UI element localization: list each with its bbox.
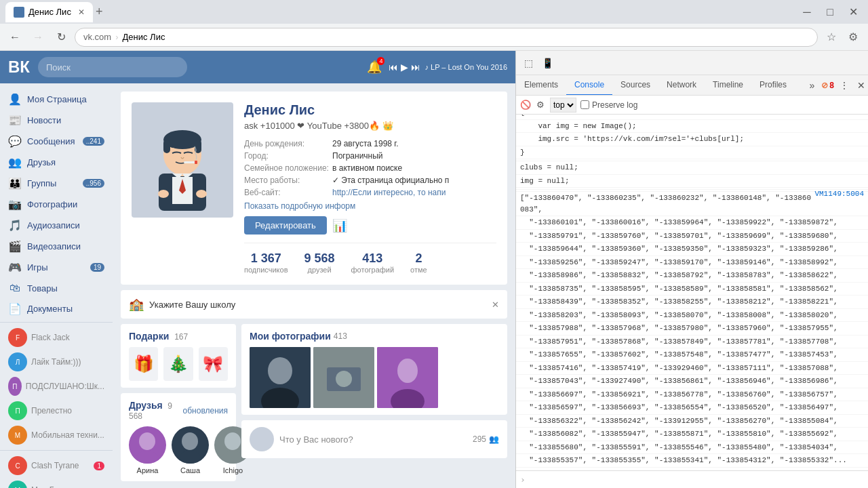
- sidebar-group-mobile[interactable]: М Мобильная техни...: [0, 423, 113, 447]
- sidebar-item-news[interactable]: 📰 Новости: [0, 110, 113, 131]
- sidebar-divider: [0, 322, 113, 323]
- website-label: Веб-сайт:: [244, 188, 332, 197]
- photos-section: Мои фотографии 413: [241, 324, 507, 415]
- devtools-inspect-btn[interactable]: ⬚: [520, 55, 536, 71]
- avatar-illustration: [135, 106, 230, 214]
- post-input-placeholder[interactable]: Что у Вас нового?: [279, 434, 467, 445]
- friends-stat-label: друзей: [304, 266, 335, 274]
- sidebar-label-audio: Аудиозаписи: [27, 220, 80, 230]
- console-line: "-133858735", "-133858595", "-133858589"…: [516, 283, 868, 296]
- group-avatar: Л: [8, 352, 27, 371]
- tab-network[interactable]: Network: [658, 75, 705, 96]
- tab-close-btn[interactable]: ✕: [78, 7, 85, 17]
- sidebar-group-podslushano[interactable]: П ПОДСЛУШАНО:Шк...: [0, 374, 113, 399]
- sidebar-label-my-page: Моя Страница: [27, 94, 87, 104]
- family-label: Семейное положение:: [244, 163, 332, 173]
- school-close-btn[interactable]: ✕: [492, 300, 499, 310]
- stat-subscribers[interactable]: 1 367 подписчиков: [244, 251, 288, 274]
- sidebar-item-messages[interactable]: 💬 Сообщения ..241: [0, 131, 113, 152]
- browser-titlebar: Денис Лис ✕ + ─ □ ✕: [0, 0, 868, 24]
- profile-stats: 1 367 подписчиков 9 568 друзей 413 фотог…: [244, 243, 496, 274]
- profile-more-btn[interactable]: Показать подробную информ: [244, 201, 496, 211]
- friend-avatar-sasha: [172, 426, 209, 464]
- tab-bar: Денис Лис ✕ +: [5, 2, 795, 22]
- sidebar-item-photos[interactable]: 📷 Фотографии: [0, 194, 113, 215]
- maximize-btn[interactable]: □: [821, 3, 840, 22]
- stats-btn[interactable]: 📊: [332, 216, 347, 235]
- edit-profile-btn[interactable]: Редактировать: [244, 216, 327, 235]
- nav-actions: ☆ ⚙: [822, 28, 863, 47]
- devtools-settings-btn[interactable]: ⋮: [837, 80, 852, 91]
- school-banner-text[interactable]: Укажите Вашу школу: [149, 300, 235, 310]
- back-btn[interactable]: ←: [5, 28, 24, 47]
- tab-sources[interactable]: Sources: [612, 75, 658, 96]
- sidebar-item-audio[interactable]: 🎵 Аудиозаписи: [0, 215, 113, 236]
- minimize-btn[interactable]: ─: [797, 3, 816, 22]
- vm-link[interactable]: VM1149:5004: [814, 188, 864, 200]
- gift-item-3[interactable]: 🎀: [199, 347, 228, 381]
- sidebar-group-like-time[interactable]: Л Лайк Тайм:))): [0, 350, 113, 374]
- tab-timeline[interactable]: Timeline: [705, 75, 751, 96]
- sidebar-group-prelestno[interactable]: П Прелестно: [0, 399, 113, 423]
- sidebar-item-video[interactable]: 🎬 Видеозаписи: [0, 236, 113, 257]
- new-tab-btn[interactable]: +: [96, 5, 103, 19]
- address-bar[interactable]: vk.com › Денис Лис: [75, 28, 818, 47]
- work-label: Место работы:: [244, 176, 332, 185]
- refresh-btn[interactable]: ↻: [52, 28, 71, 47]
- player-next-btn[interactable]: ⏭: [411, 62, 420, 73]
- sidebar-item-market[interactable]: 🛍 Товары: [0, 278, 113, 298]
- sidebar-group-clash[interactable]: C Clash Tyrane 1: [0, 453, 113, 478]
- tab-console[interactable]: Console: [566, 75, 612, 96]
- stat-photos[interactable]: 413 фотографий: [351, 251, 395, 274]
- player-prev-btn[interactable]: ⏮: [389, 62, 398, 73]
- bookmark-btn[interactable]: ☆: [822, 28, 841, 47]
- console-context-select[interactable]: top: [550, 98, 576, 113]
- devtools-close-btn[interactable]: ✕: [854, 80, 868, 91]
- tab-elements[interactable]: Elements: [516, 75, 566, 96]
- svg-point-15: [135, 451, 159, 464]
- gift-item-1[interactable]: 🎁: [129, 347, 158, 381]
- gift-item-2[interactable]: 🎄: [163, 347, 193, 381]
- sidebar-group-flack-jack[interactable]: F Flack Jack: [0, 325, 113, 350]
- devtools-more-tabs-btn[interactable]: »: [806, 80, 819, 91]
- sidebar-label-docs: Документы: [27, 304, 73, 314]
- sidebar-group-gosti[interactable]: М Мои Гости: [0, 478, 113, 488]
- tab-favicon: [14, 7, 24, 18]
- tab-profiles[interactable]: Profiles: [751, 75, 795, 96]
- photo-thumb-2[interactable]: [313, 347, 374, 408]
- console-input-field[interactable]: [530, 476, 864, 484]
- preserve-log-checkbox[interactable]: Preserve log: [580, 100, 637, 110]
- friend-item-sasha[interactable]: Саша: [172, 426, 209, 474]
- console-clear-btn[interactable]: 🚫: [520, 100, 531, 110]
- photo-thumb-3[interactable]: [377, 347, 438, 408]
- svg-point-12: [158, 190, 169, 198]
- vk-notifications-btn[interactable]: 🔔 4: [367, 60, 382, 75]
- console-filter-btn[interactable]: ⚙: [535, 100, 546, 110]
- website-value[interactable]: http://Если интересно, то напи: [332, 188, 446, 197]
- vk-search-input[interactable]: [38, 57, 187, 77]
- notification-badge: 4: [377, 57, 384, 65]
- player-play-btn[interactable]: ▶: [401, 62, 408, 73]
- active-tab[interactable]: Денис Лис ✕: [5, 2, 93, 22]
- forward-btn[interactable]: →: [28, 28, 47, 47]
- sidebar-item-games[interactable]: 🎮 Игры 19: [0, 257, 113, 278]
- sidebar-item-friends[interactable]: 👥 Друзья: [0, 152, 113, 173]
- sidebar-item-docs[interactable]: 📄 Документы: [0, 298, 113, 319]
- console-line: "-133857416", "-133857419", "-133929460"…: [516, 362, 868, 375]
- friend-item-arina[interactable]: Арина: [129, 426, 166, 474]
- sidebar-divider-2: [0, 450, 113, 451]
- stat-marks[interactable]: 2 отме: [410, 251, 427, 274]
- friends-update-link[interactable]: обновления: [183, 406, 228, 415]
- svg-point-16: [182, 432, 198, 450]
- group-avatar: М: [8, 426, 27, 445]
- stat-friends[interactable]: 9 568 друзей: [304, 251, 335, 274]
- close-window-btn[interactable]: ✕: [844, 3, 863, 22]
- devtools-device-btn[interactable]: 📱: [539, 55, 555, 71]
- preserve-log-check[interactable]: [580, 100, 589, 109]
- sidebar-item-my-page[interactable]: 👤 Моя Страница: [0, 89, 113, 110]
- extensions-btn[interactable]: ⚙: [844, 28, 863, 47]
- console-line: "-133856697", "-133856921", "-133856778"…: [516, 388, 868, 402]
- photo-thumb-1[interactable]: [250, 347, 311, 408]
- sidebar-item-groups[interactable]: 👪 Группы ..956: [0, 173, 113, 194]
- profile-name: Денис Лис: [244, 102, 496, 118]
